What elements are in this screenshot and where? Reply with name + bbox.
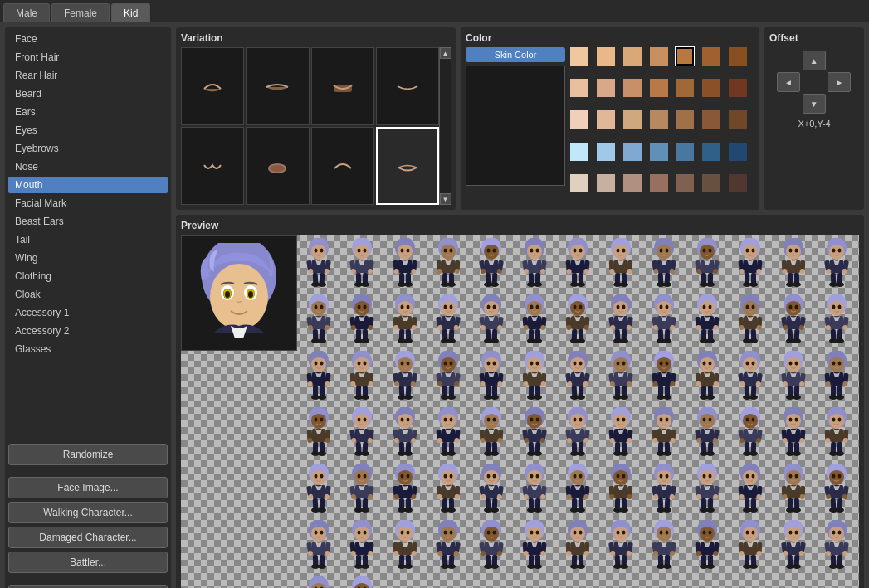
variation-cell-3[interactable] [376,47,439,125]
sprite-cell-59 [599,460,642,517]
randomize-button[interactable]: Randomize [8,444,168,465]
svg-point-235 [487,305,491,309]
offset-up-button[interactable]: ▲ [803,51,826,70]
offset-left-button[interactable]: ◄ [777,72,800,92]
sprite-cell-41 [383,404,427,460]
color-swatch-2[interactable] [623,47,642,66]
svg-point-729 [444,474,447,479]
scroll-track[interactable] [440,59,451,193]
mouth-icon-6 [322,153,364,178]
sprite-cell-22 [686,291,729,347]
color-swatch-31[interactable] [650,174,668,192]
skin-color-button[interactable]: Skin Color [466,47,565,62]
tab-male[interactable]: Male [3,3,50,22]
battler-button[interactable]: Battler... [8,552,168,573]
sidebar-item-ears[interactable]: Ears [8,104,168,120]
color-swatch-26[interactable] [702,143,720,161]
sidebar-item-mouth[interactable]: Mouth [8,177,168,193]
sprite-cell-72 [599,517,642,573]
face-portrait-container [181,235,297,351]
variation-cell-6[interactable] [311,127,374,205]
color-swatch-16[interactable] [623,110,642,129]
face-image-button[interactable]: Face Image... [8,477,168,498]
sidebar-item-nose[interactable]: Nose [8,158,168,175]
color-swatch-11[interactable] [676,79,694,97]
variation-cell-1[interactable] [246,47,309,125]
color-swatch-19[interactable] [702,110,720,129]
variation-scrollbar[interactable]: ▲ ▼ [439,47,451,205]
sprite-cell-34 [642,347,686,404]
color-swatch-27[interactable] [729,143,747,161]
variation-cell-4[interactable] [181,127,244,205]
variation-cell-7[interactable] [376,127,439,205]
offset-right-button[interactable]: ► [828,72,851,92]
sidebar-item-glasses[interactable]: Glasses [8,341,168,357]
sidebar-item-beast-ears[interactable]: Beast Ears [8,213,168,230]
sidebar-item-facial-mark[interactable]: Facial Mark [8,195,168,211]
color-swatch-17[interactable] [650,110,668,129]
variation-cell-0[interactable] [181,47,244,125]
sidebar-item-beard[interactable]: Beard [8,85,168,102]
color-swatch-25[interactable] [676,143,694,161]
save-settings-button[interactable]: Save Settings... [8,585,168,588]
sidebar-item-cloak[interactable]: Cloak [8,286,168,303]
sidebar-item-wing[interactable]: Wing [8,250,168,266]
color-swatch-15[interactable] [597,110,615,129]
svg-point-131 [703,249,706,253]
tab-kid[interactable]: Kid [111,3,150,22]
sprite-cell-23 [729,291,772,347]
walking-character-button[interactable]: Walking Character... [8,502,168,523]
color-swatch-3[interactable] [650,47,668,66]
color-swatch-18[interactable] [676,110,694,129]
sidebar-item-eyes[interactable]: Eyes [8,122,168,138]
color-swatch-10[interactable] [650,79,668,97]
color-swatch-0[interactable] [570,47,588,66]
color-swatch-14[interactable] [570,110,588,129]
sprite-cell-38 [815,347,858,404]
color-swatch-4[interactable] [676,47,694,66]
color-swatch-22[interactable] [597,143,615,161]
color-swatch-33[interactable] [702,174,720,192]
sidebar-item-front-hair[interactable]: Front Hair [8,49,168,66]
color-swatch-9[interactable] [623,79,642,97]
color-swatch-8[interactable] [597,79,615,97]
color-swatch-34[interactable] [729,174,747,192]
svg-point-496 [795,362,798,366]
svg-point-115 [620,282,628,287]
face-svg [189,243,289,343]
color-swatch-28[interactable] [570,174,588,192]
color-swatch-6[interactable] [729,47,747,66]
scroll-down-arrow[interactable]: ▼ [440,193,452,205]
sidebar-item-clothing[interactable]: Clothing [8,268,168,284]
sidebar-item-accessory1[interactable]: Accessory 1 [8,304,168,321]
offset-down-button[interactable]: ▼ [803,94,826,114]
color-swatch-13[interactable] [729,79,747,97]
sidebar-item-tail[interactable]: Tail [8,231,168,248]
tab-female[interactable]: Female [51,3,110,22]
color-swatch-21[interactable] [570,143,588,161]
mouth-icon-2 [322,74,364,99]
color-swatch-5[interactable] [702,47,720,66]
sidebar-item-rear-hair[interactable]: Rear Hair [8,67,168,84]
color-swatch-23[interactable] [623,143,642,161]
variation-cell-5[interactable] [246,127,309,205]
damaged-character-button[interactable]: Damaged Character... [8,527,168,548]
color-swatch-24[interactable] [650,143,668,161]
variation-grid-container: ▲ ▼ [181,47,451,205]
sidebar-item-accessory2[interactable]: Accessory 2 [8,323,168,339]
color-swatch-1[interactable] [597,47,615,66]
color-swatch-30[interactable] [623,174,642,192]
sidebar-item-eyebrows[interactable]: Eyebrows [8,140,168,157]
color-swatch-12[interactable] [702,79,720,97]
scroll-up-arrow[interactable]: ▲ [440,47,452,59]
sidebar-item-face[interactable]: Face [8,31,168,47]
sprite-cell-37 [772,347,815,404]
svg-point-960 [620,564,628,569]
svg-point-561 [450,418,453,422]
color-swatch-7[interactable] [570,79,588,97]
color-swatch-20[interactable] [729,110,747,129]
svg-point-288 [666,305,669,309]
variation-cell-2[interactable] [311,47,374,125]
color-swatch-29[interactable] [597,174,615,192]
color-swatch-32[interactable] [676,174,694,192]
